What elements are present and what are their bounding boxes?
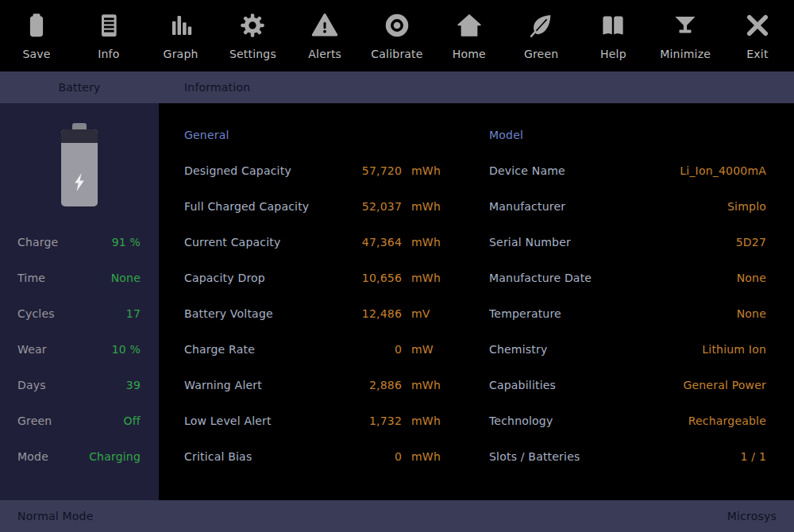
row-unit: mWh [411,200,446,213]
stat-value: Off [124,414,141,427]
info-row-low-level-alert: Low Level Alert 1,732 mWh [184,403,446,438]
info-row-capabilities: Capabilities General Power [489,367,766,403]
gear-icon [238,10,267,40]
info-row-manufacture-date: Manufacture Date None [489,260,766,295]
row-label: Manufacturer [489,200,727,213]
toolbar-button-label: Alerts [308,48,341,60]
row-label: Capabilities [489,379,683,391]
close-icon [743,10,772,40]
status-mode-text: Normal Mode [17,510,93,522]
stat-value: 10 % [112,343,141,356]
stat-row-cycles: Cycles 17 [0,295,159,331]
battery-icon [22,10,51,40]
row-value: 52,037 [332,200,402,213]
row-value: General Power [683,379,766,391]
row-value: Lithium Ion [702,343,766,356]
toolbar-button-graph[interactable]: Graph [156,0,206,71]
stat-label: Wear [17,343,112,356]
toolbar-button-label: Exit [746,48,768,60]
stat-value: None [111,272,141,284]
info-row-current-capacity: Current Capacity 47,364 mWh [184,224,446,260]
row-value: 47,364 [332,236,402,249]
row-label: Full Charged Capacity [184,200,332,213]
row-unit: mW [411,343,446,356]
row-label: Warning Alert [184,379,332,391]
general-section-title: General [184,118,446,152]
toolbar-button-calibrate[interactable]: Calibrate [372,0,422,71]
row-value: 5D27 [736,236,766,249]
stat-row-mode: Mode Charging [0,438,159,474]
info-row-slots-batteries: Slots / Batteries 1 / 1 [489,438,766,474]
row-label: Slots / Batteries [489,450,741,463]
toolbar: Save Info [0,0,794,71]
row-value: 0 [332,450,402,463]
toolbar-button-green[interactable]: Green [516,0,567,71]
stat-value: 91 % [112,236,141,249]
tab-bar: Battery Information [0,71,794,103]
stat-label: Green [17,414,124,427]
stat-value: 39 [126,379,141,391]
toolbar-button-label: Save [22,48,50,60]
info-row-temperature: Temperature None [489,295,766,331]
row-value: 57,720 [332,164,402,177]
info-row-device-name: Device Name Li_Ion_4000mA [489,152,766,188]
toolbar-button-label: Green [524,48,558,60]
toolbar-button-home[interactable]: Home [444,0,495,71]
info-row-serial-number: Serial Number 5D27 [489,224,766,260]
stat-label: Cycles [17,307,126,320]
row-label: Capacity Drop [184,272,332,284]
toolbar-button-exit[interactable]: Exit [732,0,783,71]
toolbar-button-label: Graph [164,48,198,60]
info-row-critical-bias: Critical Bias 0 mWh [184,438,446,474]
model-section: Model Device Name Li_Ion_4000mA Manufact… [489,118,766,474]
toolbar-button-label: Home [453,48,486,60]
row-label: Technology [489,414,688,427]
row-label: Temperature [489,307,737,320]
battery-charging-icon [61,123,98,206]
row-value: 1,732 [332,414,402,427]
row-unit: mWh [411,450,446,463]
stat-row-charge: Charge 91 % [0,224,159,260]
toolbar-button-label: Help [600,48,626,60]
info-row-charge-rate: Charge Rate 0 mW [184,331,446,367]
row-value: 0 [332,343,402,356]
toolbar-button-save[interactable]: Save [11,0,62,71]
lightning-bolt-icon [73,173,87,195]
row-value: Li_Ion_4000mA [680,164,766,177]
stat-row-days: Days 39 [0,367,159,403]
row-label: Device Name [489,164,680,177]
information-panel: General Designed Capacity 57,720 mWh Ful… [159,103,794,500]
toolbar-button-help[interactable]: Help [588,0,638,71]
row-label: Charge Rate [184,343,332,356]
stat-label: Time [17,272,111,284]
toolbar-button-label: Minimize [660,48,711,60]
row-label: Serial Number [489,236,736,249]
row-unit: mWh [411,236,446,249]
toolbar-button-minimize[interactable]: Minimize [660,0,711,71]
tab-battery[interactable]: Battery [0,71,159,103]
toolbar-button-info[interactable]: Info [83,0,134,71]
info-row-battery-voltage: Battery Voltage 12,486 mV [184,295,446,331]
toolbar-button-label: Info [98,48,119,60]
row-label: Manufacture Date [489,272,737,284]
row-value: 12,486 [332,307,402,320]
general-section: General Designed Capacity 57,720 mWh Ful… [184,118,446,474]
home-icon [455,10,484,40]
info-row-chemistry: Chemistry Lithium Ion [489,331,766,367]
info-row-designed-capacity: Designed Capacity 57,720 mWh [184,152,446,188]
battery-summary-panel: Charge 91 % Time None Cycles 17 Wear 10 … [0,103,159,500]
target-icon [383,10,411,40]
row-unit: mWh [411,272,446,284]
info-row-manufacturer: Manufacturer Simplo [489,188,766,224]
content-area: Charge 91 % Time None Cycles 17 Wear 10 … [0,103,794,500]
book-icon [599,10,627,40]
row-unit: mWh [411,379,446,391]
toolbar-button-label: Calibrate [371,48,422,60]
row-value: 1 / 1 [741,450,766,463]
tab-information[interactable]: Information [184,71,250,103]
toolbar-button-settings[interactable]: Settings [227,0,278,71]
info-row-full-charged-capacity: Full Charged Capacity 52,037 mWh [184,188,446,224]
row-unit: mV [411,307,446,320]
warning-icon [310,10,339,40]
toolbar-button-alerts[interactable]: Alerts [299,0,350,71]
